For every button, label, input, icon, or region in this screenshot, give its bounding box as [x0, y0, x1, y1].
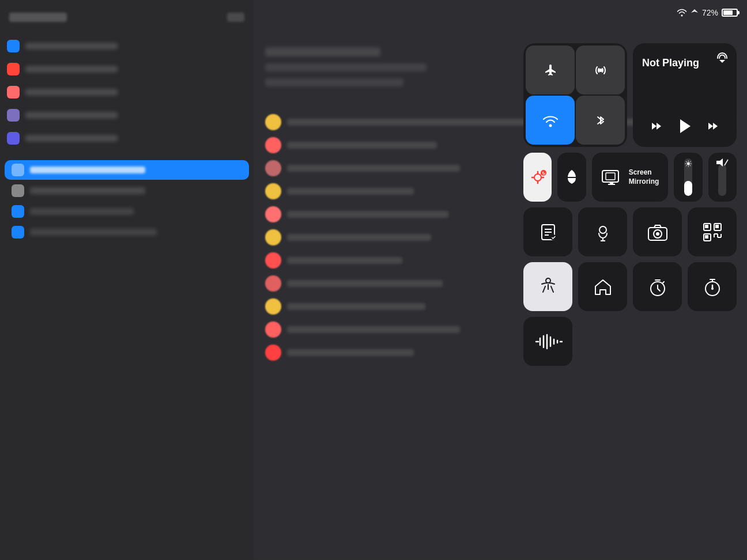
- timer-button[interactable]: [633, 262, 682, 311]
- shortcuts-row2: [523, 262, 737, 311]
- screen-mirroring-button[interactable]: Screen Mirroring: [592, 153, 669, 202]
- svg-point-1: [549, 124, 552, 127]
- battery-fill: [723, 10, 733, 15]
- sidebar: [0, 0, 254, 560]
- shortcuts-row1: [523, 207, 737, 256]
- svg-line-10: [725, 160, 728, 165]
- stopwatch-button[interactable]: [688, 262, 737, 311]
- wifi-status-icon: [677, 9, 687, 17]
- svg-rect-25: [715, 225, 719, 228]
- volume-icon: [715, 157, 729, 168]
- svg-point-33: [546, 278, 550, 283]
- location-status-icon: [691, 9, 699, 17]
- wifi-toggle-button[interactable]: [526, 96, 575, 145]
- fast-forward-button[interactable]: [700, 118, 726, 135]
- svg-point-16: [599, 226, 606, 233]
- svg-point-21: [656, 232, 659, 236]
- home-button[interactable]: [578, 262, 627, 311]
- svg-text:↻: ↻: [541, 171, 545, 176]
- screen-mirroring-label2: Mirroring: [629, 177, 659, 187]
- status-bar: 72%: [0, 0, 747, 25]
- sidebar-item: [0, 127, 254, 150]
- volume-slider[interactable]: [708, 153, 737, 202]
- brightness-fill: [684, 181, 692, 196]
- lock-rotation-button[interactable]: ↻: [523, 153, 552, 202]
- rewind-button[interactable]: [644, 118, 669, 135]
- do-not-disturb-button[interactable]: [557, 153, 586, 202]
- connectivity-panel: [523, 43, 627, 147]
- sidebar-item: [0, 58, 254, 81]
- control-center: Not Playing: [523, 43, 737, 366]
- qr-scanner-button[interactable]: [688, 207, 737, 256]
- airplay-button[interactable]: [716, 51, 729, 64]
- svg-rect-27: [705, 235, 708, 239]
- screen-mirroring-label: Screen: [629, 168, 659, 177]
- brightness-slider[interactable]: ☀: [674, 153, 702, 202]
- svg-marker-9: [716, 158, 723, 167]
- brightness-icon: ☀: [684, 158, 692, 169]
- voice-memos-button[interactable]: [523, 317, 572, 366]
- battery-icon: [722, 9, 738, 17]
- now-playing-panel: Not Playing: [633, 43, 737, 147]
- camera-button[interactable]: [633, 207, 682, 256]
- voice-record-button[interactable]: [578, 207, 627, 256]
- accessibility-button[interactable]: [523, 262, 572, 311]
- svg-rect-7: [606, 173, 615, 180]
- svg-point-15: [550, 234, 556, 240]
- play-button[interactable]: [672, 115, 697, 138]
- svg-rect-23: [705, 225, 708, 228]
- sidebar-item: [0, 81, 254, 104]
- svg-rect-5: [566, 177, 578, 178]
- personal-hotspot-button[interactable]: [576, 46, 625, 94]
- notes-button[interactable]: [523, 207, 572, 256]
- sidebar-item: [0, 35, 254, 58]
- now-playing-title: Not Playing: [642, 57, 727, 69]
- svg-point-36: [711, 287, 714, 290]
- airplane-mode-button[interactable]: [526, 46, 575, 94]
- sidebar-item: [0, 104, 254, 127]
- battery-percent-text: 72%: [702, 8, 718, 17]
- svg-rect-6: [602, 171, 618, 182]
- voice-memos-row: [523, 317, 737, 366]
- svg-point-0: [599, 69, 602, 72]
- svg-point-2: [534, 174, 541, 181]
- playback-controls: [642, 115, 727, 138]
- bluetooth-toggle-button[interactable]: [576, 96, 625, 145]
- cc-row1: Not Playing: [523, 43, 737, 147]
- volume-track: [718, 164, 726, 196]
